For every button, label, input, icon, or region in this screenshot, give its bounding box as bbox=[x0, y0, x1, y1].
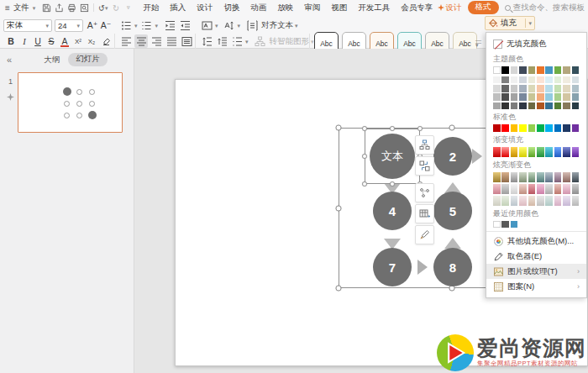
tab-animation[interactable]: 动画 bbox=[250, 3, 266, 13]
color-swatch[interactable] bbox=[545, 66, 553, 74]
color-swatch[interactable] bbox=[545, 147, 553, 157]
color-swatch[interactable] bbox=[572, 85, 580, 92]
color-swatch[interactable] bbox=[554, 76, 562, 84]
underline-button[interactable]: U bbox=[32, 34, 44, 48]
color-swatch[interactable] bbox=[519, 85, 527, 92]
diagram-circle-5[interactable]: 5 bbox=[433, 192, 472, 230]
color-swatch[interactable] bbox=[554, 172, 562, 182]
color-swatch[interactable] bbox=[511, 147, 518, 157]
color-swatch[interactable] bbox=[519, 76, 527, 84]
subscript-button[interactable]: X₂ bbox=[86, 34, 97, 48]
customize-toolbar-icon[interactable]: ▿ bbox=[122, 2, 134, 13]
color-swatch[interactable] bbox=[501, 76, 509, 84]
color-swatch[interactable] bbox=[545, 93, 553, 101]
color-swatch[interactable] bbox=[537, 66, 544, 74]
color-swatch[interactable] bbox=[563, 93, 570, 101]
decrease-font-button[interactable]: A⁻ bbox=[100, 18, 112, 32]
color-swatch[interactable] bbox=[572, 93, 580, 101]
align-right-button[interactable] bbox=[150, 34, 163, 48]
color-swatch[interactable] bbox=[511, 196, 518, 206]
diagram-circle-2[interactable]: 2 bbox=[433, 137, 472, 176]
color-swatch[interactable] bbox=[554, 93, 562, 101]
color-swatch[interactable] bbox=[519, 172, 527, 182]
color-swatch[interactable] bbox=[511, 124, 518, 132]
color-swatch[interactable] bbox=[572, 184, 580, 194]
color-swatch[interactable] bbox=[554, 124, 562, 132]
justify-button[interactable] bbox=[165, 34, 178, 48]
char-spacing-button[interactable] bbox=[223, 18, 236, 32]
color-swatch[interactable] bbox=[493, 66, 501, 74]
selection-handle[interactable] bbox=[336, 125, 342, 131]
color-swatch[interactable] bbox=[501, 184, 509, 194]
selection-handle[interactable] bbox=[362, 126, 367, 131]
color-swatch[interactable] bbox=[537, 76, 544, 84]
numbered-list-button[interactable] bbox=[140, 18, 154, 32]
color-swatch[interactable] bbox=[528, 93, 536, 101]
color-swatch[interactable] bbox=[572, 76, 580, 84]
tab-insert[interactable]: 插入 bbox=[170, 3, 186, 13]
color-swatch[interactable] bbox=[545, 124, 553, 132]
file-menu[interactable]: 文件 bbox=[13, 3, 29, 13]
change-layout-button[interactable] bbox=[415, 156, 434, 176]
color-swatch[interactable] bbox=[511, 221, 518, 229]
format-brush-button[interactable] bbox=[415, 225, 434, 244]
tab-design[interactable]: 设计 bbox=[197, 3, 213, 13]
color-swatch[interactable] bbox=[493, 102, 501, 110]
color-swatch[interactable] bbox=[528, 147, 536, 157]
strikethrough-button[interactable]: S bbox=[45, 34, 57, 48]
color-swatch[interactable] bbox=[519, 147, 527, 157]
gallery-more-button[interactable]: ――▾ bbox=[475, 39, 483, 46]
color-swatch[interactable] bbox=[537, 93, 544, 101]
increase-font-button[interactable]: A⁺ bbox=[87, 18, 98, 32]
picture-texture-option[interactable]: 图片或纹理(T) › bbox=[486, 264, 586, 279]
color-swatch[interactable] bbox=[563, 196, 570, 206]
diagram-circle-8[interactable]: 8 bbox=[433, 248, 472, 286]
format-tab-active[interactable]: 格式 bbox=[468, 1, 499, 14]
color-swatch[interactable] bbox=[537, 85, 544, 92]
color-swatch[interactable] bbox=[493, 93, 501, 101]
color-swatch[interactable] bbox=[501, 172, 509, 182]
print-button[interactable] bbox=[66, 2, 78, 13]
selection-handle[interactable] bbox=[417, 126, 423, 131]
color-swatch[interactable] bbox=[511, 93, 518, 101]
color-swatch[interactable] bbox=[572, 124, 580, 132]
no-fill-option[interactable]: 无填充颜色 bbox=[493, 37, 580, 51]
font-size-select[interactable]: 24▾ bbox=[55, 19, 83, 32]
color-swatch[interactable] bbox=[545, 102, 553, 110]
export-button[interactable] bbox=[53, 2, 66, 13]
color-swatch[interactable] bbox=[493, 196, 501, 206]
color-swatch[interactable] bbox=[501, 147, 509, 157]
color-swatch[interactable] bbox=[501, 66, 509, 74]
color-swatch[interactable] bbox=[545, 76, 553, 84]
search-input[interactable]: 查找命令、搜索模板 bbox=[505, 3, 585, 13]
color-swatch[interactable] bbox=[545, 184, 553, 194]
color-swatch[interactable] bbox=[554, 66, 562, 74]
font-color-button[interactable]: A bbox=[59, 34, 71, 48]
more-fill-colors-option[interactable]: 其他填充颜色(M)... bbox=[486, 234, 586, 249]
pattern-option[interactable]: 图案(N) › bbox=[486, 279, 586, 294]
color-swatch[interactable] bbox=[528, 85, 536, 92]
align-text-button[interactable]: 对齐文本 bbox=[261, 20, 293, 31]
color-swatch[interactable] bbox=[501, 93, 509, 101]
regroup-shapes-button[interactable] bbox=[415, 183, 434, 202]
color-swatch[interactable] bbox=[519, 102, 527, 110]
color-swatch[interactable] bbox=[545, 85, 553, 92]
color-swatch[interactable] bbox=[537, 147, 544, 157]
color-swatch[interactable] bbox=[545, 196, 553, 206]
align-center-button[interactable] bbox=[134, 34, 148, 48]
color-swatch[interactable] bbox=[554, 147, 562, 157]
color-swatch[interactable] bbox=[493, 85, 501, 92]
insert-table-button[interactable] bbox=[415, 204, 434, 223]
color-swatch[interactable] bbox=[511, 66, 518, 74]
color-swatch[interactable] bbox=[519, 184, 527, 194]
tab-outline[interactable]: 大纲 bbox=[44, 55, 60, 66]
align-left-button[interactable] bbox=[119, 34, 133, 48]
color-swatch[interactable] bbox=[545, 172, 553, 182]
redo-button[interactable]: ↻ bbox=[109, 2, 122, 13]
tab-home[interactable]: 开始 bbox=[143, 3, 159, 13]
color-swatch[interactable] bbox=[572, 196, 580, 206]
diagram-circle-7[interactable]: 7 bbox=[373, 248, 412, 286]
color-swatch[interactable] bbox=[528, 172, 536, 182]
color-swatch[interactable] bbox=[519, 196, 527, 206]
selection-handle[interactable] bbox=[390, 181, 395, 186]
